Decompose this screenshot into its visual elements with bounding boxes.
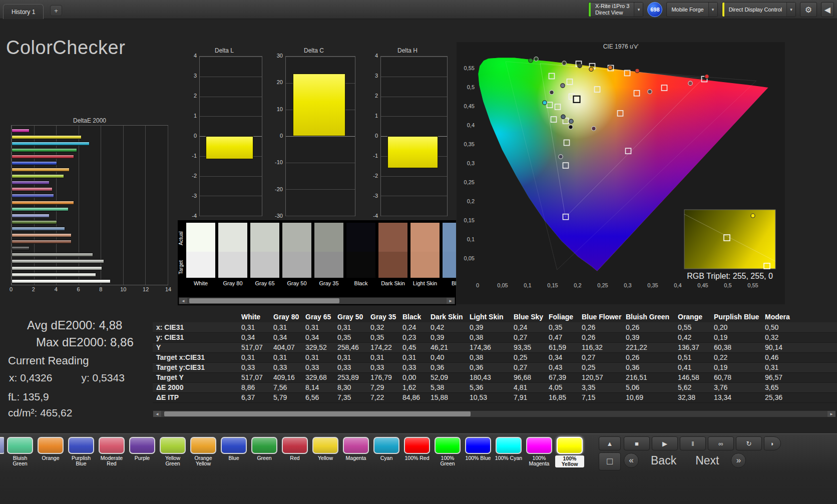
back-chevron-icon[interactable]: « <box>624 453 639 468</box>
row-label: ΔE 2000 <box>153 382 238 392</box>
gridline <box>200 196 262 196</box>
table-cell: 8,14 <box>302 382 334 392</box>
scroll-right-icon[interactable]: ► <box>447 298 455 304</box>
cie-measured-point <box>569 125 573 129</box>
table-scrollbar[interactable]: ◄ ► <box>153 410 836 417</box>
loop-icon[interactable]: ↻ <box>736 436 762 450</box>
axis-tick-label: 0,45 <box>464 103 475 109</box>
scrollbar-thumb[interactable] <box>189 298 339 303</box>
scroll-right-icon[interactable]: ► <box>827 411 835 417</box>
column-header: Gray 80 <box>270 311 302 322</box>
chevron-down-icon[interactable]: ▾ <box>786 3 795 17</box>
half-circle-icon[interactable]: ◗ <box>764 436 781 450</box>
patch-button-red[interactable]: Red <box>280 437 309 467</box>
table-cell: 5,62 <box>674 382 710 392</box>
axis-tick-label: 6 <box>77 286 80 292</box>
swatch-scrollbar[interactable]: ◄ ► <box>179 297 455 304</box>
deltae-bar-row <box>12 219 168 225</box>
eject-icon[interactable]: ▲ <box>599 436 621 450</box>
gridline <box>200 77 262 77</box>
patch-button-magenta[interactable]: Magenta <box>341 437 370 467</box>
deltae-bar <box>12 194 54 198</box>
gridline <box>286 136 355 137</box>
patch-button-100-yellow[interactable]: 100% Yellow <box>555 437 584 467</box>
patch-label: Yellow <box>311 455 340 467</box>
patch-label: Yellow Green <box>158 455 187 467</box>
patch-button-100-red[interactable]: 100% Red <box>402 437 432 467</box>
scrollbar-thumb[interactable] <box>164 411 471 416</box>
tab-history-1[interactable]: History 1 <box>3 4 44 19</box>
patch-swatch <box>282 437 308 454</box>
patch-button-100-magenta[interactable]: 100% Magenta <box>525 437 554 467</box>
table-cell: 0,33 <box>399 362 427 372</box>
patch-button-100-blue[interactable]: 100% Blue <box>464 437 493 467</box>
scroll-left-icon[interactable]: ◄ <box>153 411 161 417</box>
patch-label: 100% Cyan <box>494 455 523 467</box>
table-cell: 0,26 <box>578 332 622 342</box>
add-tab-button[interactable]: + <box>50 5 62 16</box>
scroll-left-icon[interactable]: ◄ <box>179 298 187 304</box>
swatch-label: Gray 65 <box>250 280 279 286</box>
cie-measured-point <box>559 155 563 159</box>
axis-tick-label: 0,2 <box>467 198 475 204</box>
swatch-target <box>443 252 456 278</box>
next-button[interactable]: Next <box>688 454 726 467</box>
patch-button-ver[interactable]: ver <box>0 437 4 467</box>
delta-bar <box>206 136 253 159</box>
patch-label: Green <box>250 455 279 467</box>
table-cell: 517,07 <box>238 342 270 352</box>
table-cell: 0,31 <box>238 352 270 362</box>
table-cell: 0,22 <box>710 352 761 362</box>
source-dropdown[interactable]: Mobile Forge ▾ <box>666 2 717 17</box>
patch-button-blue[interactable]: Blue <box>219 437 248 467</box>
patch-button-moderate-red[interactable]: Moderate Red <box>97 437 126 467</box>
patch-button-cyan[interactable]: Cyan <box>372 437 401 467</box>
gridline <box>168 126 168 285</box>
patch-button-purple[interactable]: Purple <box>128 437 157 467</box>
patch-label: Cyan <box>372 455 401 467</box>
play-icon[interactable]: ▶ <box>652 436 678 450</box>
swatch-white: White <box>186 223 215 286</box>
deltae-bar-row <box>12 206 168 212</box>
scrollbar-track[interactable] <box>161 411 827 417</box>
next-chevron-icon[interactable]: » <box>731 453 746 468</box>
table-cell: 221,22 <box>622 342 674 352</box>
meter-mode: Direct View <box>595 10 629 16</box>
scrollbar-track[interactable] <box>187 298 447 304</box>
patch-button-100-cyan[interactable]: 100% Cyan <box>494 437 523 467</box>
cie-measured-point <box>592 127 596 131</box>
stop-icon[interactable]: ■ <box>624 436 650 450</box>
meter-dropdown[interactable]: X-Rite i1Pro 3 Direct View ▾ <box>588 2 643 17</box>
display-control-dropdown[interactable]: Direct Display Control ▾ <box>722 2 796 17</box>
patch-button-100-green[interactable]: 100% Green <box>433 437 462 467</box>
patch-window-icon[interactable]: □ <box>599 452 621 470</box>
table-cell: 1,62 <box>399 382 427 392</box>
rgb-triplet-label: RGB Triplet: 255, 255, 0 <box>682 272 778 281</box>
axis-tick-label: -4 <box>192 213 197 219</box>
table-cell: 0,31 <box>334 322 367 332</box>
deltae-x-axis: 02468101214 <box>11 285 168 293</box>
continuous-measure-icon[interactable]: ∞ <box>708 436 734 450</box>
table-cell: 146,58 <box>674 372 710 382</box>
patch-button-bluish-green[interactable]: Bluish Green <box>6 437 35 467</box>
patch-label: Purple <box>128 455 157 467</box>
meter-name: X-Rite i1Pro 3 <box>595 3 629 10</box>
patch-button-orange[interactable]: Orange <box>36 437 65 467</box>
collapse-panel-icon[interactable]: ◀ <box>821 2 834 17</box>
table-cell: 10,69 <box>622 392 674 402</box>
axis-tick-label: 3 <box>194 73 197 79</box>
gear-icon[interactable]: ⚙ <box>800 2 817 17</box>
patch-button-yellow-green[interactable]: Yellow Green <box>158 437 187 467</box>
table-cell: 25,36 <box>761 392 837 402</box>
pause-icon[interactable]: ‖ <box>680 436 706 450</box>
table-cell: 253,89 <box>334 372 367 382</box>
back-button[interactable]: Back <box>644 454 683 467</box>
axis-tick-label: 0,1 <box>524 282 531 288</box>
chevron-down-icon[interactable]: ▾ <box>634 3 643 17</box>
patch-button-yellow[interactable]: Yellow <box>311 437 340 467</box>
cie-title: CIE 1976 u'v' <box>457 43 785 50</box>
chevron-down-icon[interactable]: ▾ <box>708 3 717 17</box>
patch-button-purplish-blue[interactable]: Purplish Blue <box>67 437 96 467</box>
patch-button-orange-yellow[interactable]: Orange Yellow <box>189 437 218 467</box>
patch-button-green[interactable]: Green <box>250 437 279 467</box>
